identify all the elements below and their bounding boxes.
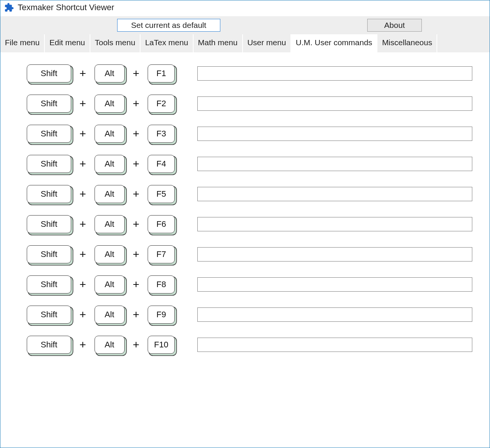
key-function: F2	[148, 95, 175, 113]
shortcut-row: Shift+Alt+F2	[27, 94, 490, 113]
plus-icon: +	[133, 188, 140, 200]
key-alt: Alt	[95, 245, 125, 263]
key-shift: Shift	[27, 275, 71, 294]
key-function: F4	[148, 155, 175, 173]
key-alt: Alt	[95, 125, 125, 143]
key-function: F1	[148, 64, 175, 83]
key-shift: Shift	[27, 125, 71, 143]
plus-icon: +	[133, 97, 140, 110]
command-input[interactable]	[197, 157, 472, 171]
tab-latex-menu[interactable]: LaTex menu	[140, 34, 193, 52]
plus-icon: +	[79, 278, 86, 291]
tab-u-m-user-commands[interactable]: U.M. User commands	[291, 34, 377, 53]
shortcut-row: Shift+Alt+F10	[27, 335, 490, 354]
key-function: F8	[148, 275, 175, 294]
tab-edit-menu[interactable]: Edit menu	[45, 34, 90, 52]
key-alt: Alt	[95, 215, 125, 233]
set-default-button[interactable]: Set current as default	[117, 19, 220, 32]
shortcut-row: Shift+Alt+F1	[27, 64, 490, 83]
key-shift: Shift	[27, 185, 71, 203]
key-alt: Alt	[95, 306, 125, 324]
key-function: F6	[148, 215, 175, 233]
tab-bar: File menuEdit menuTools menuLaTex menuMa…	[0, 34, 490, 53]
plus-icon: +	[133, 67, 140, 80]
key-shift: Shift	[27, 306, 71, 324]
titlebar: Texmaker Shortcut Viewer	[0, 0, 490, 16]
command-input[interactable]	[197, 96, 472, 111]
plus-icon: +	[133, 338, 140, 351]
key-alt: Alt	[95, 155, 125, 173]
plus-icon: +	[79, 157, 86, 170]
window-title: Texmaker Shortcut Viewer	[18, 3, 114, 12]
command-input[interactable]	[197, 338, 472, 352]
key-alt: Alt	[95, 185, 125, 203]
plus-icon: +	[133, 157, 140, 170]
command-input[interactable]	[197, 247, 472, 261]
key-alt: Alt	[95, 336, 125, 354]
plus-icon: +	[133, 127, 140, 140]
plus-icon: +	[79, 97, 86, 110]
key-shift: Shift	[27, 245, 71, 263]
tab-user-menu[interactable]: User menu	[243, 34, 292, 52]
tab-miscellaneous[interactable]: Miscellaneous	[377, 34, 437, 52]
key-function: F3	[148, 125, 175, 143]
shortcut-table: Shift+Alt+F1Shift+Alt+F2Shift+Alt+F3Shif…	[0, 53, 490, 354]
shortcut-row: Shift+Alt+F7	[27, 245, 490, 264]
key-function: F7	[148, 245, 175, 263]
key-shift: Shift	[27, 64, 71, 83]
command-input[interactable]	[197, 307, 472, 322]
shortcut-row: Shift+Alt+F4	[27, 154, 490, 173]
plus-icon: +	[79, 218, 86, 231]
plus-icon: +	[79, 127, 86, 140]
command-input[interactable]	[197, 217, 472, 231]
plus-icon: +	[79, 188, 86, 200]
shortcut-row: Shift+Alt+F9	[27, 305, 490, 324]
key-alt: Alt	[95, 275, 125, 294]
toolbar: Set current as default About	[0, 16, 490, 34]
key-shift: Shift	[27, 95, 71, 113]
key-shift: Shift	[27, 336, 71, 354]
about-button[interactable]: About	[367, 19, 422, 32]
shortcut-row: Shift+Alt+F6	[27, 215, 490, 234]
command-input[interactable]	[197, 187, 472, 201]
shortcut-row: Shift+Alt+F3	[27, 124, 490, 143]
puzzle-icon	[4, 3, 14, 12]
key-alt: Alt	[95, 64, 125, 83]
command-input[interactable]	[197, 127, 472, 141]
plus-icon: +	[133, 248, 140, 261]
command-input[interactable]	[197, 66, 472, 81]
plus-icon: +	[133, 278, 140, 291]
tab-tools-menu[interactable]: Tools menu	[90, 34, 140, 52]
plus-icon: +	[133, 218, 140, 231]
plus-icon: +	[79, 338, 86, 351]
command-input[interactable]	[197, 277, 472, 292]
key-function: F5	[148, 185, 175, 203]
key-shift: Shift	[27, 215, 71, 233]
plus-icon: +	[79, 248, 86, 261]
key-function: F10	[148, 336, 175, 354]
plus-icon: +	[79, 308, 86, 321]
shortcut-row: Shift+Alt+F8	[27, 275, 490, 294]
plus-icon: +	[79, 67, 86, 80]
tab-math-menu[interactable]: Math menu	[194, 34, 243, 52]
key-shift: Shift	[27, 155, 71, 173]
tab-file-menu[interactable]: File menu	[0, 34, 45, 52]
key-function: F9	[148, 306, 175, 324]
key-alt: Alt	[95, 95, 125, 113]
shortcut-row: Shift+Alt+F5	[27, 185, 490, 203]
plus-icon: +	[133, 308, 140, 321]
